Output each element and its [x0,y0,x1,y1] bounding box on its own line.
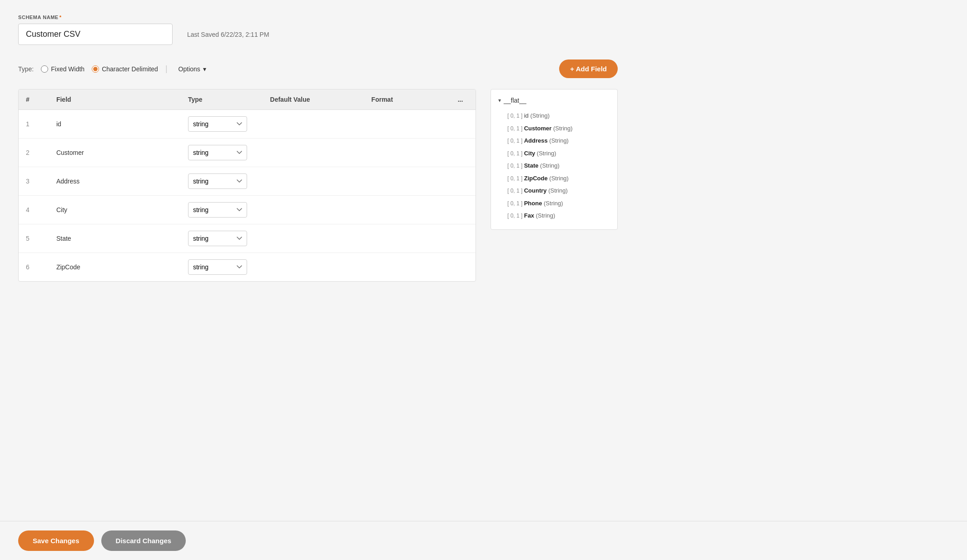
row-default [263,196,364,224]
row-type[interactable]: stringintegerdecimalbooleandatedatetime [181,167,263,196]
tree-item-field-type: (String) [535,150,556,157]
col-header-type: Type [181,89,263,110]
tree-item-range: [ 0, 1 ] [507,213,524,219]
schema-tree: ▾ __flat__ [ 0, 1 ] id (String)[ 0, 1 ] … [491,89,618,230]
save-changes-button[interactable]: Save Changes [18,530,94,551]
tree-item-field-type: (String) [548,137,569,144]
type-label: Type: [18,65,34,73]
tree-item: [ 0, 1 ] Country (String) [507,184,610,197]
tree-item-field-type: (String) [551,125,572,132]
tree-item-range: [ 0, 1 ] [507,125,524,132]
table-row: 1idstringintegerdecimalbooleandatedateti… [19,110,476,139]
tree-item-field-name: Phone [524,200,542,207]
row-default [263,224,364,253]
row-default [263,253,364,282]
col-header-field: Field [49,89,181,110]
tree-item-field-type: (String) [548,175,569,182]
tree-item: [ 0, 1 ] ZipCode (String) [507,172,610,185]
row-num: 3 [19,167,49,196]
discard-changes-button[interactable]: Discard Changes [101,530,186,551]
row-num: 2 [19,139,49,167]
row-type[interactable]: stringintegerdecimalbooleandatedatetime [181,253,263,282]
type-select[interactable]: stringintegerdecimalbooleandatedatetime [188,173,247,189]
row-field: ZipCode [49,253,181,282]
tree-item-field-name: Customer [524,125,552,132]
tree-item: [ 0, 1 ] id (String) [507,109,610,122]
row-type[interactable]: stringintegerdecimalbooleandatedatetime [181,196,263,224]
row-field: Address [49,167,181,196]
options-button[interactable]: Options ▾ [175,64,210,74]
table-row: 3Addressstringintegerdecimalbooleandated… [19,167,476,196]
tree-root-label: __flat__ [504,97,526,104]
tree-item-range: [ 0, 1 ] [507,175,524,182]
tree-chevron-icon[interactable]: ▾ [498,97,501,104]
row-field: id [49,110,181,139]
row-format [364,224,445,253]
type-divider: | [165,64,168,74]
tree-item-field-name: Address [524,137,548,144]
tree-item-range: [ 0, 1 ] [507,188,524,194]
tree-item-field-name: id [524,112,529,119]
row-type[interactable]: stringintegerdecimalbooleandatedatetime [181,224,263,253]
type-select[interactable]: stringintegerdecimalbooleandatedatetime [188,145,247,160]
row-type[interactable]: stringintegerdecimalbooleandatedatetime [181,139,263,167]
character-delimited-radio[interactable] [92,65,99,73]
tree-item-field-type: (String) [534,212,555,219]
type-select[interactable]: stringintegerdecimalbooleandatedatetime [188,231,247,246]
row-format [364,110,445,139]
row-format [364,196,445,224]
character-delimited-option[interactable]: Character Delimited [92,65,158,73]
tree-item: [ 0, 1 ] Phone (String) [507,197,610,210]
character-delimited-label: Character Delimited [102,65,158,73]
tree-item-field-name: State [524,162,539,169]
type-select[interactable]: stringintegerdecimalbooleandatedatetime [188,259,247,275]
row-more [445,224,476,253]
row-format [364,139,445,167]
type-row: Type: Fixed Width Character Delimited | … [18,59,618,78]
type-select[interactable]: stringintegerdecimalbooleandatedatetime [188,116,247,132]
row-more [445,196,476,224]
col-header-format: Format [364,89,445,110]
table-row: 5Statestringintegerdecimalbooleandatedat… [19,224,476,253]
type-select[interactable]: stringintegerdecimalbooleandatedatetime [188,202,247,218]
tree-items: [ 0, 1 ] id (String)[ 0, 1 ] Customer (S… [498,109,610,222]
tree-item-range: [ 0, 1 ] [507,138,524,144]
schema-name-row: Last Saved 6/22/23, 2:11 PM [18,24,618,45]
table-row: 6ZipCodestringintegerdecimalbooleandated… [19,253,476,282]
table-row: 4Citystringintegerdecimalbooleandatedate… [19,196,476,224]
schema-name-input[interactable] [18,24,173,45]
bottom-bar: Save Changes Discard Changes [0,521,967,560]
row-format [364,253,445,282]
fields-table-section: # Field Type Default Value Format ... 1i… [18,89,476,282]
fixed-width-label: Fixed Width [51,65,84,73]
tree-item-range: [ 0, 1 ] [507,113,524,119]
row-more [445,139,476,167]
fixed-width-radio[interactable] [41,65,48,73]
row-num: 6 [19,253,49,282]
tree-item-field-type: (String) [542,200,563,207]
fixed-width-option[interactable]: Fixed Width [41,65,84,73]
row-type[interactable]: stringintegerdecimalbooleandatedatetime [181,110,263,139]
col-header-default: Default Value [263,89,364,110]
tree-item: [ 0, 1 ] Customer (String) [507,122,610,135]
col-header-num: # [19,89,49,110]
tree-item-range: [ 0, 1 ] [507,163,524,169]
row-default [263,167,364,196]
tree-item: [ 0, 1 ] Address (String) [507,134,610,147]
last-saved-text: Last Saved 6/22/23, 2:11 PM [187,31,269,38]
tree-item: [ 0, 1 ] State (String) [507,159,610,172]
main-content: # Field Type Default Value Format ... 1i… [18,89,618,282]
tree-root: ▾ __flat__ [498,97,610,104]
tree-item-range: [ 0, 1 ] [507,150,524,157]
tree-item-field-name: Country [524,187,547,194]
row-num: 4 [19,196,49,224]
row-field: City [49,196,181,224]
table-scroll-area[interactable]: # Field Type Default Value Format ... 1i… [19,89,476,281]
add-field-button[interactable]: + Add Field [559,59,618,78]
row-format [364,167,445,196]
fields-table: # Field Type Default Value Format ... 1i… [19,89,476,281]
row-default [263,110,364,139]
tree-item-field-name: ZipCode [524,175,548,182]
tree-item-field-name: City [524,150,536,157]
tree-item-field-type: (String) [538,162,559,169]
